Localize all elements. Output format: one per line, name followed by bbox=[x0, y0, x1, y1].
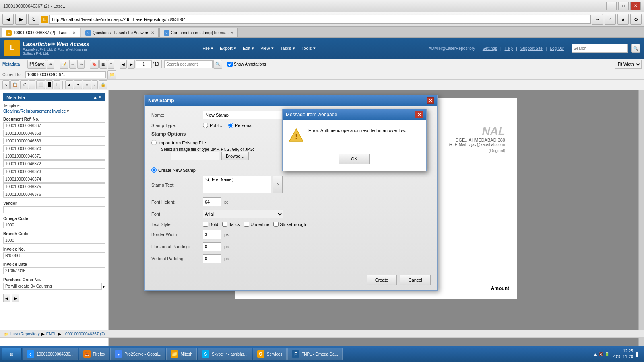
border-width-input[interactable] bbox=[203, 230, 221, 239]
menu-file[interactable]: File ▾ bbox=[202, 46, 213, 51]
support-link[interactable]: Support Site bbox=[520, 46, 543, 51]
create-button[interactable]: Create bbox=[367, 275, 397, 285]
import-radio[interactable] bbox=[151, 140, 157, 145]
logout-link[interactable]: Log Out bbox=[550, 46, 564, 51]
search-doc-button[interactable]: 🔍 bbox=[213, 60, 222, 69]
home-button[interactable]: ⌂ bbox=[605, 14, 616, 25]
new-stamp-close-button[interactable]: ✕ bbox=[427, 97, 434, 104]
personal-radio[interactable] bbox=[228, 123, 233, 128]
vertical-padding-input[interactable] bbox=[203, 254, 221, 263]
menu-edit[interactable]: Edit ▾ bbox=[243, 46, 254, 51]
highlight-button[interactable]: 🖊 bbox=[20, 80, 28, 89]
current-folder-input[interactable] bbox=[25, 71, 106, 78]
public-radio[interactable] bbox=[203, 123, 208, 128]
taskbar-btn-skype[interactable]: S Skype™ - ashishs... bbox=[198, 348, 252, 360]
taskbar-btn-firefox[interactable]: 🦊 Firefox bbox=[79, 348, 110, 360]
sidebar-expand-icon[interactable]: ▲ bbox=[93, 95, 97, 100]
tab-laserfiche[interactable]: L 1000100000046367 (2) - Lase... ✕ bbox=[2, 28, 80, 37]
stamp-text-arrow-button[interactable]: > bbox=[273, 176, 283, 193]
tab-close-annotation[interactable]: ✕ bbox=[230, 31, 233, 35]
breadcrumb-path2[interactable]: 1000100000046367 (2) bbox=[63, 332, 105, 336]
message-close-button[interactable]: ✕ bbox=[415, 111, 423, 118]
layer-up-button[interactable]: ▲ bbox=[65, 80, 73, 89]
tab-close-laserfiche[interactable]: ✕ bbox=[72, 31, 76, 35]
back-button[interactable]: ◀ bbox=[2, 14, 14, 25]
show-annotations-checkbox[interactable] bbox=[227, 62, 233, 67]
menu-tools[interactable]: Tools ▾ bbox=[301, 46, 316, 51]
prev-page-button[interactable]: ◀ bbox=[120, 60, 127, 69]
stamp-text-input[interactable]: %(UserName) bbox=[203, 176, 271, 193]
restore-button[interactable]: □ bbox=[618, 2, 629, 10]
menu-tasks[interactable]: Tasks ▾ bbox=[280, 46, 295, 51]
next-page-button[interactable]: ▶ bbox=[128, 60, 135, 69]
name-input[interactable] bbox=[203, 111, 291, 119]
taskbar-btn-services[interactable]: ⚙ Services bbox=[253, 348, 287, 360]
rotate-left-button[interactable]: ↩ bbox=[69, 60, 76, 69]
search-doc-input[interactable] bbox=[164, 60, 213, 68]
po-dropdown-icon[interactable]: ▾ bbox=[103, 284, 105, 289]
doc-scrollbar[interactable] bbox=[638, 90, 644, 362]
search-input[interactable] bbox=[572, 44, 628, 53]
list-button[interactable]: ≡ bbox=[108, 60, 114, 69]
search-go-button[interactable]: 🔍 bbox=[631, 44, 640, 53]
tools-button[interactable]: ⚙ bbox=[630, 14, 642, 25]
close-button[interactable]: ✕ bbox=[630, 2, 641, 10]
sidebar-prev-button[interactable]: ◀ bbox=[3, 294, 10, 302]
underline-checkbox[interactable] bbox=[244, 222, 249, 227]
ok-button[interactable]: OK bbox=[339, 154, 370, 164]
show-desktop-icon[interactable]: ▌ bbox=[636, 352, 639, 356]
help-link[interactable]: Help bbox=[505, 46, 513, 51]
font-select[interactable]: Arial Times New Roman Courier New Verdan… bbox=[203, 210, 283, 218]
tab-annotation[interactable]: ? Can annotation (stamp) be ma... ✕ bbox=[159, 28, 238, 37]
select-tool-button[interactable]: ↖ bbox=[2, 80, 10, 89]
go-button[interactable]: → bbox=[592, 14, 603, 25]
folder-go-button[interactable]: 📁 bbox=[107, 70, 116, 79]
template-dropdown-icon[interactable]: ▾ bbox=[67, 109, 69, 114]
edit-button[interactable]: ✏ bbox=[47, 60, 54, 69]
rectangle-button[interactable]: □ bbox=[29, 80, 35, 89]
tab-close-questions[interactable]: ✕ bbox=[151, 31, 154, 35]
browse-button[interactable]: Browse... bbox=[221, 152, 249, 160]
tab-questions[interactable]: ? Questions - Laserfiche Answers ✕ bbox=[81, 28, 159, 37]
grid-button[interactable]: ▦ bbox=[99, 60, 107, 69]
annotate-button[interactable]: 📝 bbox=[60, 60, 68, 69]
bold-checkbox[interactable] bbox=[203, 222, 208, 227]
page-number-input[interactable] bbox=[136, 60, 152, 68]
bookmark-button[interactable]: 🔖 bbox=[90, 60, 99, 69]
menu-export[interactable]: Export ▾ bbox=[220, 46, 236, 51]
font-height-input[interactable] bbox=[203, 197, 221, 206]
forward-button[interactable]: ▶ bbox=[15, 14, 27, 25]
stamp-tool-button[interactable]: ⬜ bbox=[36, 80, 45, 89]
horizontal-padding-input[interactable] bbox=[203, 242, 221, 251]
address-bar[interactable] bbox=[49, 15, 591, 24]
breadcrumb-path1[interactable]: FNPL bbox=[46, 332, 57, 336]
start-button[interactable]: ⊞ bbox=[2, 348, 22, 360]
refresh-button[interactable]: ↻ bbox=[28, 14, 39, 25]
zoom-select[interactable]: Fit Width Fit Page 50% 75% 100% bbox=[615, 60, 642, 69]
save-button[interactable]: 💾 Save bbox=[27, 60, 46, 69]
mirror-v-button[interactable]: ↕ bbox=[92, 80, 98, 89]
favorites-button[interactable]: ★ bbox=[617, 14, 629, 25]
italics-checkbox[interactable] bbox=[222, 222, 227, 227]
sidebar-close-icon[interactable]: ✕ bbox=[98, 95, 102, 100]
taskbar-btn-fnpl[interactable]: F FNPL - Omega Da... bbox=[287, 348, 343, 360]
taskbar-btn-ie[interactable]: e 100010000004636... bbox=[23, 348, 78, 360]
minimize-button[interactable]: _ bbox=[606, 2, 617, 10]
layer-down-button[interactable]: ▼ bbox=[74, 80, 82, 89]
rotate-right-button[interactable]: ↪ bbox=[77, 60, 85, 69]
sidebar-next-button[interactable]: ▶ bbox=[12, 294, 19, 302]
redact-button[interactable]: █ bbox=[46, 80, 53, 89]
taskbar-btn-folder[interactable]: 📁 Mitesh bbox=[166, 348, 196, 360]
text-button[interactable]: T bbox=[54, 80, 60, 89]
browse-input[interactable] bbox=[171, 152, 219, 160]
create-radio[interactable] bbox=[151, 167, 157, 173]
cancel-button[interactable]: Cancel bbox=[400, 275, 431, 285]
sticky-note-button[interactable]: 📋 bbox=[10, 80, 19, 89]
strikethrough-checkbox[interactable] bbox=[273, 222, 279, 227]
mirror-h-button[interactable]: ↔ bbox=[83, 80, 91, 89]
lock-button[interactable]: 🔒 bbox=[99, 80, 107, 89]
taskbar-btn-chrome[interactable]: ● Pro2Serve - Googl... bbox=[110, 348, 165, 360]
menu-view[interactable]: View ▾ bbox=[260, 46, 274, 51]
settings-link[interactable]: Settings bbox=[483, 46, 497, 51]
breadcrumb-root[interactable]: LaserRepository bbox=[10, 332, 40, 336]
